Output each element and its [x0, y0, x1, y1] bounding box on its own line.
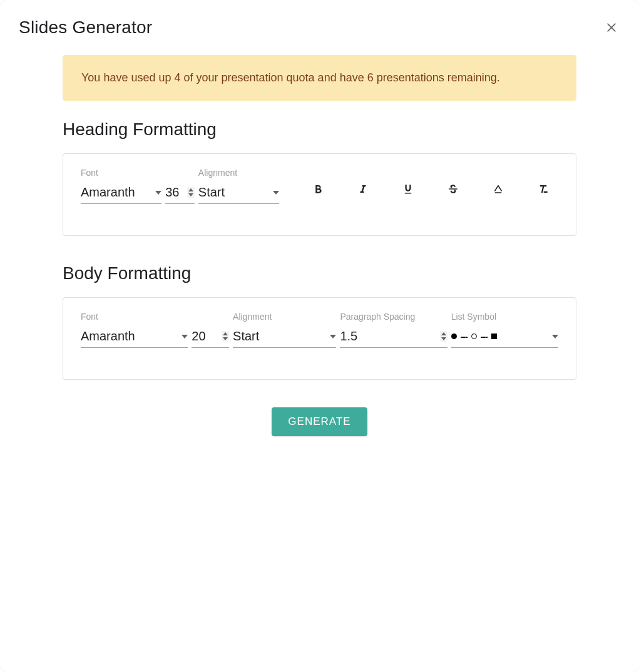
- strikethrough-icon: [447, 183, 459, 195]
- smallcaps-button[interactable]: [483, 174, 513, 204]
- chevron-down-icon: [181, 335, 188, 339]
- heading-size-field: 36: [165, 168, 195, 204]
- heading-size-value: 36: [165, 185, 185, 200]
- body-section-title: Body Formatting: [63, 263, 576, 283]
- bold-icon: [312, 183, 324, 195]
- body-list-symbol-field: List Symbol --- ---: [451, 312, 558, 348]
- dashes-icon: ---: [461, 332, 468, 342]
- dashes-icon: ---: [481, 332, 488, 342]
- body-font-value: Amaranth: [81, 329, 178, 344]
- bullet-disc-icon: [451, 333, 457, 339]
- chevron-down-icon: [552, 335, 558, 339]
- body-align-select[interactable]: Start: [233, 327, 336, 348]
- number-stepper[interactable]: [187, 187, 195, 198]
- underline-icon: [402, 183, 414, 195]
- list-symbol-value: --- ---: [451, 332, 548, 342]
- stepper-up-icon: [441, 332, 446, 335]
- heading-align-select[interactable]: Start: [198, 183, 279, 204]
- heading-section-title: Heading Formatting: [63, 120, 576, 140]
- body-size-field: 20: [192, 312, 229, 348]
- body-paragraph-field: Paragraph Spacing 1.5: [340, 312, 447, 348]
- chevron-down-icon: [155, 191, 161, 195]
- body-paragraph-value: 1.5: [340, 329, 437, 344]
- heading-font-select[interactable]: Amaranth: [81, 183, 161, 204]
- body-align-field: Alignment Start: [233, 312, 336, 348]
- body-size-input[interactable]: 20: [192, 327, 229, 348]
- heading-row: Font Amaranth 36: [81, 168, 558, 204]
- heading-font-field: Font Amaranth: [81, 168, 161, 204]
- heading-align-field: Alignment Start: [198, 168, 279, 204]
- dialog-title: Slides Generator: [19, 18, 152, 38]
- bold-button[interactable]: [303, 174, 333, 204]
- body-font-label: Font: [81, 312, 188, 322]
- body-formatting-card: Font Amaranth 20: [63, 297, 576, 380]
- dialog-content: You have used up 4 of your presentation …: [0, 55, 639, 436]
- body-paragraph-label: Paragraph Spacing: [340, 312, 447, 322]
- chevron-down-icon: [330, 335, 336, 339]
- italic-button[interactable]: [348, 174, 378, 204]
- svg-rect-3: [544, 191, 548, 193]
- chevron-down-icon: [273, 191, 279, 195]
- stepper-up-icon: [188, 188, 193, 191]
- body-align-label: Alignment: [233, 312, 336, 322]
- heading-font-value: Amaranth: [81, 185, 151, 200]
- body-size-value: 20: [192, 329, 219, 344]
- dialog-header: Slides Generator: [0, 0, 639, 44]
- quota-text: You have used up 4 of your presentation …: [81, 71, 500, 84]
- strikethrough-button[interactable]: [438, 174, 468, 204]
- heading-format-icons: [295, 174, 558, 204]
- bullet-ring-icon: [471, 333, 477, 339]
- stepper-down-icon: [188, 193, 193, 196]
- quota-banner: You have used up 4 of your presentation …: [63, 55, 576, 101]
- stepper-down-icon: [441, 337, 446, 340]
- slides-generator-dialog: Slides Generator You have used up 4 of y…: [0, 0, 639, 672]
- close-button[interactable]: [603, 19, 620, 36]
- heading-align-value: Start: [198, 185, 269, 200]
- body-list-symbol-select[interactable]: --- ---: [451, 327, 558, 348]
- smallcaps-icon: [492, 183, 504, 195]
- body-align-value: Start: [233, 329, 326, 344]
- body-font-select[interactable]: Amaranth: [81, 327, 188, 348]
- italic-icon: [357, 183, 369, 195]
- close-icon: [605, 21, 618, 34]
- underline-button[interactable]: [393, 174, 423, 204]
- heading-align-label: Alignment: [198, 168, 279, 178]
- heading-font-label: Font: [81, 168, 161, 178]
- heading-formatting-card: Font Amaranth 36: [63, 153, 576, 236]
- body-list-label: List Symbol: [451, 312, 558, 322]
- number-stepper[interactable]: [222, 331, 229, 342]
- bullet-square-icon: [491, 333, 497, 339]
- body-paragraph-input[interactable]: 1.5: [340, 327, 447, 348]
- stepper-down-icon: [223, 337, 228, 340]
- stepper-up-icon: [223, 332, 228, 335]
- generate-button[interactable]: GENERATE: [272, 407, 367, 436]
- heading-size-input[interactable]: 36: [165, 183, 195, 204]
- clear-format-button[interactable]: [528, 174, 558, 204]
- generate-wrap: GENERATE: [63, 407, 576, 436]
- body-font-field: Font Amaranth: [81, 312, 188, 348]
- body-row: Font Amaranth 20: [81, 312, 558, 348]
- clear-format-icon: [538, 183, 549, 195]
- number-stepper[interactable]: [440, 331, 447, 342]
